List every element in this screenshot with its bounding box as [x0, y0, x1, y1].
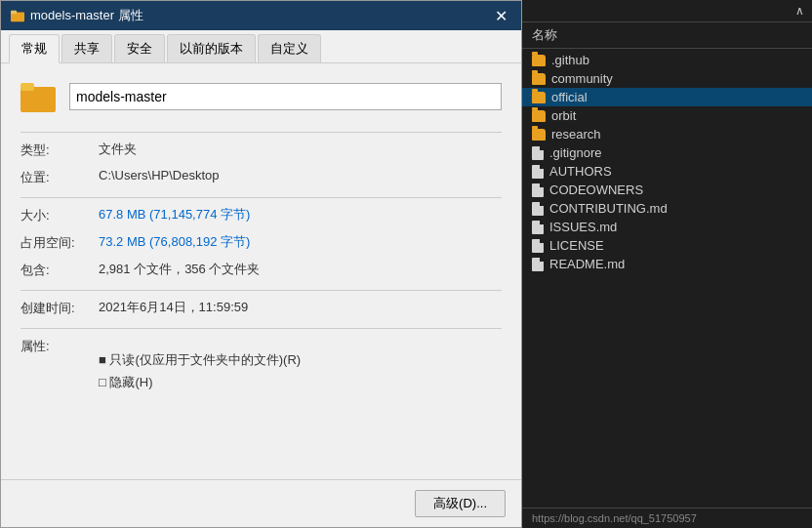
folder-item-icon — [532, 73, 546, 85]
list-item[interactable]: CONTRIBUTING.md — [522, 199, 812, 218]
item-name: research — [551, 127, 601, 142]
list-item[interactable]: official — [522, 88, 812, 106]
title-bar: models-master 属性 ✕ — [1, 1, 521, 30]
file-item-icon — [532, 258, 544, 271]
advanced-button[interactable]: 高级(D)... — [415, 490, 506, 517]
list-item[interactable]: community — [522, 69, 812, 88]
folder-item-icon — [532, 92, 546, 103]
folder-icon — [20, 79, 56, 114]
folder-item-icon — [532, 55, 546, 66]
folder-name-input[interactable] — [69, 83, 502, 110]
type-row: 类型: 文件夹 — [20, 141, 502, 162]
readonly-label[interactable]: ■ 只读(仅应用于文件夹中的文件)(R) — [99, 351, 301, 369]
type-value: 文件夹 — [99, 141, 137, 158]
item-name: CONTRIBUTING.md — [549, 201, 668, 216]
explorer-footer: https://blog.csdn.net/qq_51750957 — [522, 508, 812, 528]
item-name: community — [551, 71, 613, 86]
location-value: C:\Users\HP\Desktop — [99, 168, 220, 183]
item-name: AUTHORS — [549, 164, 612, 179]
column-header-name: 名称 — [522, 22, 812, 49]
title-bar-left: models-master 属性 — [11, 7, 143, 24]
list-item[interactable]: .gitignore — [522, 143, 812, 162]
tab-custom[interactable]: 自定义 — [258, 34, 321, 62]
divider-1 — [20, 132, 502, 133]
list-item[interactable]: README.md — [522, 255, 812, 273]
svg-rect-1 — [11, 11, 17, 15]
tab-general[interactable]: 常规 — [9, 34, 60, 63]
list-item[interactable]: LICENSE — [522, 236, 812, 255]
item-name: .gitignore — [549, 145, 601, 160]
file-list: .githubcommunityofficialorbitresearch.gi… — [522, 49, 812, 508]
item-name: .github — [551, 53, 589, 67]
folder-title-icon — [11, 9, 24, 22]
svg-rect-3 — [20, 83, 34, 91]
file-item-icon — [532, 202, 544, 216]
contains-row: 包含: 2,981 个文件，356 个文件夹 — [20, 261, 502, 282]
item-name: LICENSE — [549, 238, 604, 253]
list-item[interactable]: AUTHORS — [522, 162, 812, 181]
properties-dialog: models-master 属性 ✕ 常规 共享 安全 以前的版本 自定义 类型… — [0, 0, 522, 528]
size-row: 大小: 67.8 MB (71,145,774 字节) — [20, 206, 502, 227]
location-label: 位置: — [20, 168, 99, 186]
disk-row: 占用空间: 73.2 MB (76,808,192 字节) — [20, 233, 502, 255]
file-explorer: ∧ 名称 .githubcommunityofficialorbitresear… — [522, 0, 812, 528]
dialog-title: models-master 属性 — [30, 7, 143, 24]
folder-item-icon — [532, 110, 546, 122]
list-item[interactable]: CODEOWNERS — [522, 181, 812, 199]
attr-row: 属性: ■ 只读(仅应用于文件夹中的文件)(R) □ 隐藏(H) — [20, 337, 502, 396]
file-item-icon — [532, 239, 544, 253]
size-label: 大小: — [20, 206, 99, 224]
item-name: ISSUES.md — [549, 220, 617, 234]
item-name: README.md — [549, 257, 625, 271]
contains-value: 2,981 个文件，356 个文件夹 — [99, 261, 260, 278]
hidden-label[interactable]: □ 隐藏(H) — [99, 374, 153, 391]
created-label: 创建时间: — [20, 299, 99, 317]
disk-value: 73.2 MB (76,808,192 字节) — [99, 233, 250, 251]
list-item[interactable]: orbit — [522, 106, 812, 125]
tab-security[interactable]: 安全 — [114, 34, 165, 62]
tab-share[interactable]: 共享 — [61, 34, 112, 62]
collapse-button[interactable]: ∧ — [795, 4, 804, 18]
file-item-icon — [532, 165, 544, 179]
contains-label: 包含: — [20, 261, 99, 279]
folder-item-icon — [532, 129, 546, 141]
location-row: 位置: C:\Users\HP\Desktop — [20, 168, 502, 189]
list-item[interactable]: research — [522, 125, 812, 143]
hidden-row: □ 隐藏(H) — [99, 374, 301, 391]
list-item[interactable]: .github — [522, 51, 812, 69]
type-label: 类型: — [20, 141, 99, 159]
explorer-header: ∧ — [522, 0, 812, 22]
divider-2 — [20, 197, 502, 198]
dialog-footer: 高级(D)... — [1, 479, 521, 527]
readonly-row: ■ 只读(仅应用于文件夹中的文件)(R) — [99, 351, 301, 369]
divider-4 — [20, 328, 502, 329]
created-value: 2021年6月14日，11:59:59 — [99, 299, 248, 316]
tab-previous[interactable]: 以前的版本 — [167, 34, 256, 62]
close-button[interactable]: ✕ — [490, 5, 511, 26]
dialog-content: 类型: 文件夹 位置: C:\Users\HP\Desktop 大小: 67.8… — [1, 63, 521, 479]
item-name: CODEOWNERS — [549, 183, 643, 197]
disk-label: 占用空间: — [20, 233, 99, 252]
file-item-icon — [532, 183, 544, 197]
attr-section: ■ 只读(仅应用于文件夹中的文件)(R) □ 隐藏(H) — [99, 346, 301, 396]
divider-3 — [20, 290, 502, 291]
attr-label: 属性: — [20, 337, 99, 355]
folder-name-row — [20, 79, 502, 114]
created-row: 创建时间: 2021年6月14日，11:59:59 — [20, 299, 502, 320]
file-item-icon — [532, 221, 544, 234]
tab-bar: 常规 共享 安全 以前的版本 自定义 — [1, 30, 521, 63]
list-item[interactable]: ISSUES.md — [522, 218, 812, 236]
item-name: orbit — [551, 108, 576, 123]
item-name: official — [551, 90, 588, 104]
size-value: 67.8 MB (71,145,774 字节) — [99, 206, 250, 223]
file-item-icon — [532, 146, 544, 160]
